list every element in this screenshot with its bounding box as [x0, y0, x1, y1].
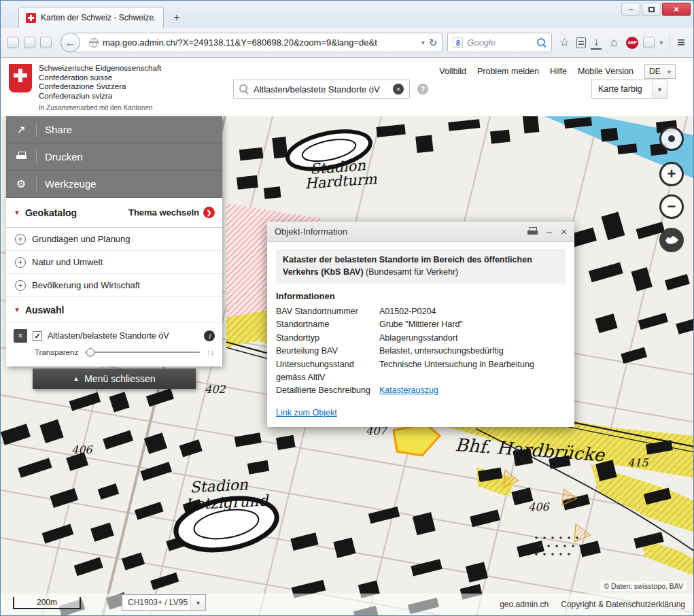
close-button[interactable]: ×	[662, 3, 691, 16]
reload-button[interactable]: ↻	[429, 37, 438, 49]
zoom-in-button[interactable]: +	[659, 162, 684, 186]
layer-info-icon[interactable]: i	[204, 330, 215, 341]
print-icon	[6, 151, 36, 163]
map-attribution: © Daten: swisstopo, BAV	[600, 581, 687, 591]
zoom-out-button[interactable]: −	[659, 194, 684, 219]
close-menu-button[interactable]: ▲ Menü schliessen	[33, 369, 196, 389]
triangle-down-icon: ▼	[14, 306, 20, 313]
map-label-406: 406	[71, 443, 93, 456]
remove-layer-button[interactable]: ×	[14, 329, 27, 343]
org-line-fr: Confédération suisse	[39, 73, 161, 83]
footer-site-link[interactable]: geo.admin.ch	[500, 600, 549, 609]
thema-wechseln-link[interactable]: Thema wechseln ❯	[128, 207, 215, 218]
popup-title: Objekt-Information	[275, 226, 519, 237]
language-select[interactable]: DE ▾	[644, 64, 676, 79]
object-info-popup: Objekt-Information – × Kataster der bela…	[267, 222, 574, 427]
katasterauszug-link[interactable]: Katasterauszug	[379, 386, 438, 395]
slider-knob[interactable]	[86, 348, 94, 356]
overview-switzerland-button[interactable]	[659, 228, 684, 252]
header-link-vollbild[interactable]: Vollbild	[439, 67, 466, 76]
url-dropdown-icon[interactable]: ▾	[421, 39, 425, 46]
extension-icon-2[interactable]	[24, 37, 35, 48]
transparency-row: Transparenz ↑↓	[6, 346, 222, 366]
clear-search-button[interactable]: ×	[393, 84, 404, 95]
maximize-button[interactable]	[642, 3, 661, 16]
app-header: Schweizerische Eidgenossenschaft Confédé…	[1, 58, 693, 116]
layer-label: Altlasten/belastete Standorte öV	[48, 331, 198, 341]
scale-bar: 200m	[13, 597, 81, 609]
search-engine-placeholder[interactable]: Google	[467, 37, 533, 48]
maximize-icon	[648, 7, 655, 12]
new-tab-button[interactable]: +	[168, 10, 186, 26]
back-button[interactable]: ←	[60, 33, 80, 52]
url-text[interactable]: map.geo.admin.ch/?X=249138.11&Y=680698.2…	[103, 37, 417, 48]
toolbar-separator	[670, 35, 670, 51]
layer-checkbox[interactable]: ✓	[33, 331, 42, 341]
expand-icon: +	[15, 257, 26, 268]
adblock-icon[interactable]: ABP	[626, 37, 638, 49]
catalog-item-grundlagen[interactable]: + Grundlagen und Planung	[6, 228, 222, 251]
browser-tab[interactable]: Karten der Schweiz - Schweize...	[18, 7, 164, 28]
triangle-up-icon: ▲	[73, 375, 79, 382]
geokatalog-title: Geokatalog	[25, 207, 77, 218]
search-icon	[239, 84, 249, 94]
search-input[interactable]	[254, 84, 388, 95]
header-link-problem-melden[interactable]: Problem melden	[477, 67, 539, 76]
toolbar-caret-icon[interactable]: ▾	[659, 39, 663, 46]
transparency-label: Transparenz	[35, 348, 78, 356]
browser-window: Karten der Schweiz - Schweize... + – × ←…	[0, 0, 694, 616]
google-icon: 8	[453, 37, 463, 48]
search-engine-bar[interactable]: 8 Google	[447, 33, 552, 52]
extension-button[interactable]	[643, 37, 655, 48]
popup-close-button[interactable]: ×	[561, 226, 567, 237]
catalog-item-bevoelkerung[interactable]: + Bevölkerung und Wirtschaft	[6, 274, 222, 297]
bookmarks-menu-icon[interactable]	[576, 37, 586, 48]
tab-title: Karten der Schweiz - Schweize...	[41, 13, 156, 22]
print-button[interactable]: Drucken	[6, 143, 222, 171]
map-search-bar[interactable]: ×	[233, 80, 410, 99]
catalog-item-natur[interactable]: + Natur und Umwelt	[6, 251, 222, 274]
minimize-button[interactable]: –	[621, 3, 640, 16]
popup-minimize-button[interactable]: –	[546, 226, 552, 237]
search-submit-icon[interactable]	[537, 38, 546, 48]
url-bar[interactable]: map.geo.admin.ch/?X=249138.11&Y=680698.2…	[73, 33, 443, 52]
projection-select[interactable]: CH1903+ / LV95 ▾	[122, 594, 206, 611]
collaboration-note: In Zusammenarbeit mit den Kantonen	[39, 104, 161, 112]
popup-print-button[interactable]	[527, 227, 538, 236]
switzerland-outline-icon	[664, 235, 679, 245]
extension-icon-3[interactable]	[40, 37, 52, 48]
page-viewport: Stadion Hardturm Stadion Letzigrund Bhf.…	[1, 58, 693, 615]
share-icon: ↗	[6, 123, 36, 136]
org-line-it: Confederazione Svizzera	[39, 82, 161, 92]
globe-icon	[89, 38, 99, 48]
header-link-hilfe[interactable]: Hilfe	[550, 67, 567, 76]
geolocate-dot-icon	[668, 135, 675, 142]
help-button[interactable]: ?	[417, 84, 428, 95]
popup-heading: Kataster der belasteten Standorte im Ber…	[276, 249, 566, 284]
site-favicon	[26, 13, 36, 23]
transparency-slider[interactable]	[85, 347, 200, 357]
map-style-select[interactable]: Karte farbig ▾	[591, 80, 667, 99]
layer-row: × ✓ Altlasten/belastete Standorte öV i	[6, 323, 222, 346]
download-icon[interactable]: ↓	[591, 36, 602, 50]
extension-icon-1[interactable]	[7, 37, 19, 48]
auswahl-header[interactable]: ▼ Auswahl	[6, 297, 222, 323]
bookmark-star-icon[interactable]: ☆	[557, 35, 572, 50]
brand: Schweizerische Eidgenossenschaft Confédé…	[9, 64, 161, 112]
object-link[interactable]: Link zum Objekt	[276, 408, 337, 417]
caret-down-icon: ▾	[190, 595, 205, 610]
geolocate-button[interactable]	[659, 126, 684, 151]
tools-icon: ⚙	[6, 177, 36, 190]
triangle-down-icon: ▼	[14, 209, 20, 216]
layer-move-down-icon[interactable]: ↓	[211, 348, 215, 356]
footer-copyright-link[interactable]: Copyright & Datenschutzerklärung	[561, 600, 685, 609]
header-link-mobile-version[interactable]: Mobile Version	[578, 67, 634, 76]
popup-header[interactable]: Objekt-Information – ×	[267, 222, 574, 242]
swiss-coat-of-arms-icon	[9, 64, 32, 92]
expand-icon: +	[15, 280, 26, 291]
menu-hamburger-icon[interactable]: ≡	[677, 35, 685, 50]
share-button[interactable]: ↗ Share	[6, 116, 222, 143]
home-icon[interactable]: ⌂	[606, 36, 621, 50]
tools-button[interactable]: ⚙ Werkzeuge	[6, 171, 222, 198]
geokatalog-header[interactable]: ▼ Geokatalog Thema wechseln ❯	[6, 198, 222, 228]
